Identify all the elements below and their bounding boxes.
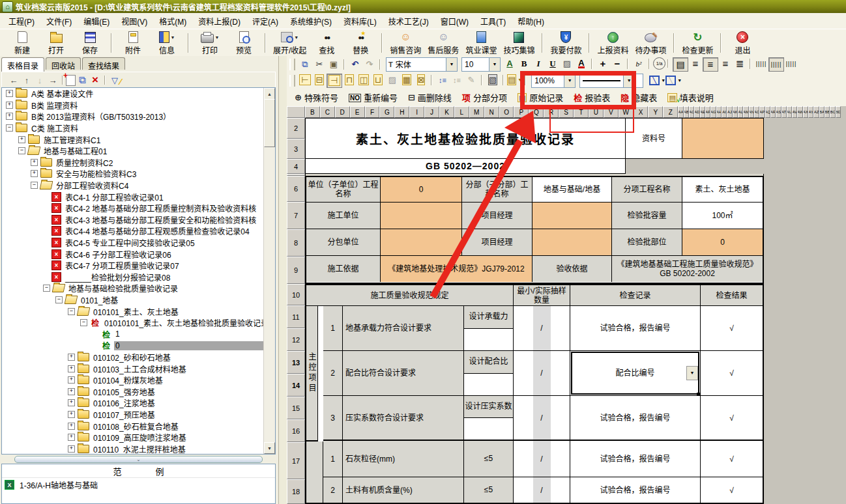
column-header[interactable]: W xyxy=(619,106,634,118)
column-header[interactable]: AB xyxy=(684,106,689,118)
editor-toolbar-icon[interactable] xyxy=(574,57,589,70)
doc-no-cell[interactable] xyxy=(682,119,763,158)
row-header[interactable]: 9 xyxy=(287,257,305,284)
column-header[interactable]: J xyxy=(424,106,439,118)
dropdown-arrow-icon[interactable]: ▼ xyxy=(171,35,175,40)
special-toolbar-button[interactable]: 特殊符号 xyxy=(289,90,343,105)
column-header[interactable]: AO xyxy=(754,106,759,118)
menu-item[interactable]: 编辑(E) xyxy=(78,14,115,29)
menu-item[interactable]: 帮助(H) xyxy=(512,14,550,29)
column-header[interactable]: BD xyxy=(836,106,841,118)
pm-cell[interactable] xyxy=(532,203,611,229)
row-header[interactable]: 17 xyxy=(287,442,305,479)
tree-item[interactable]: 01010101_素土、灰土地基检验批质量验收记录 xyxy=(2,317,264,329)
column-header[interactable]: S xyxy=(559,106,574,118)
menu-item[interactable]: 资料上报(D) xyxy=(192,14,246,29)
column-header[interactable]: C xyxy=(320,106,335,118)
tree-item[interactable]: B类 2013监理资料（GB/T50319-2013） xyxy=(2,111,264,122)
toolbar-button[interactable]: ▼ 退出 xyxy=(725,30,759,56)
editor-toolbar-icon[interactable]: ▼ xyxy=(464,74,478,87)
tree-item[interactable]: C类 施工资料 xyxy=(2,122,264,134)
tree-expander-icon[interactable] xyxy=(68,354,75,361)
tree-expander-icon[interactable] xyxy=(6,90,13,97)
row-header[interactable]: 14 xyxy=(287,374,305,397)
special-toolbar-button[interactable]: 画删除线 xyxy=(403,90,457,105)
column-header[interactable]: F xyxy=(365,106,380,118)
tree-item[interactable]: 表C4-2 地基与基础分部工程质量控制资料及验收资料核 xyxy=(2,203,264,214)
editor-toolbar-icon[interactable] xyxy=(754,57,768,70)
special-toolbar-button[interactable]: 原始记录 xyxy=(512,90,568,105)
item-spec-cell[interactable]: ≤5 xyxy=(464,477,514,503)
toolbar-button[interactable]: ▼ 附件 xyxy=(116,30,150,56)
item-spec-cell[interactable]: 设计承载力 xyxy=(464,306,514,350)
column-header[interactable]: I xyxy=(409,106,424,118)
tree-item[interactable]: 质量控制资料C2 xyxy=(2,157,264,169)
editor-toolbar-icon[interactable]: ▼ xyxy=(371,74,385,87)
left-panel-tab[interactable]: 查找结果 xyxy=(82,57,125,70)
column-header[interactable]: AF xyxy=(705,106,710,118)
editor-toolbar-icon[interactable] xyxy=(362,58,377,71)
tree-item[interactable]: 表C4-3 地基与基础分部工程质量安全和功能检验资料核 xyxy=(2,214,264,226)
tree-expander-icon[interactable] xyxy=(68,365,75,372)
dropdown-arrow-icon[interactable]: ▼ xyxy=(661,78,665,83)
dropdown-arrow-icon[interactable]: ▼ xyxy=(294,35,299,40)
row-header[interactable]: 16 xyxy=(287,419,305,442)
sampling-cell[interactable]: / xyxy=(514,441,570,477)
column-header[interactable]: AA xyxy=(678,106,683,118)
builder-cell[interactable] xyxy=(380,203,461,229)
editor-toolbar-icon[interactable]: ▼ xyxy=(327,74,342,88)
tree-toolbar-button[interactable] xyxy=(7,74,20,87)
column-header[interactable]: O xyxy=(499,106,514,118)
tree-expander-icon[interactable] xyxy=(31,182,38,189)
item-number-cell[interactable]: 1 xyxy=(323,441,343,477)
editor-toolbar-icon[interactable] xyxy=(348,58,362,71)
tree-toolbar-button[interactable] xyxy=(46,74,59,87)
scroll-up-icon[interactable]: ▲ xyxy=(264,88,275,100)
tree-expander-icon[interactable] xyxy=(68,399,75,406)
tree-item[interactable]: 表C4-4 地基与基础分部工程观感质量检查验收记录04 xyxy=(2,225,264,237)
column-header[interactable]: AI xyxy=(722,106,727,118)
toolbar-button[interactable]: ▼ 筑业课堂 xyxy=(462,30,500,56)
tree-item[interactable]: A类 基本建设文件 xyxy=(2,88,264,100)
column-header[interactable]: Y xyxy=(648,106,663,118)
column-header[interactable]: Z xyxy=(663,106,678,118)
column-header[interactable]: AM xyxy=(743,106,748,118)
tree-expander-icon[interactable] xyxy=(43,251,49,257)
dropdown-arrow-icon[interactable]: ▼ xyxy=(215,35,220,40)
tree-item[interactable]: 010103_土工合成材料地基 xyxy=(2,363,264,374)
editor-toolbar-icon[interactable] xyxy=(503,57,517,70)
editor-toolbar-icon[interactable] xyxy=(688,57,703,70)
toolbar-button[interactable]: ▼ 销售咨询 xyxy=(387,30,424,56)
item-description-cell[interactable]: 配合比符合设计要求 xyxy=(343,351,464,395)
tree-expander-icon[interactable] xyxy=(6,102,13,109)
tree-item[interactable]: 010108_砂石桩复合地基 xyxy=(2,420,264,432)
menu-item[interactable]: 视图(V) xyxy=(115,14,153,29)
tree-item[interactable]: 安全与功能检验资料C3 xyxy=(2,168,264,180)
construction-basis-cell[interactable]: 《建筑地基处理技术规范》JGJ79-2012 xyxy=(380,256,532,282)
special-toolbar-button[interactable]: 隐藏表 xyxy=(615,90,662,105)
row-header[interactable]: 18 xyxy=(287,479,305,504)
tree-expander-icon[interactable] xyxy=(31,159,38,166)
scroll-down-icon[interactable]: ▼ xyxy=(264,442,275,454)
item-description-cell[interactable]: 土料有机质含量(%) xyxy=(343,477,464,503)
tree-scrollbar[interactable]: ▲ ▼ xyxy=(263,88,275,454)
editor-toolbar-icon[interactable]: ▼ xyxy=(435,74,450,87)
tree-toolbar-button[interactable] xyxy=(20,74,33,87)
column-header[interactable]: AX xyxy=(803,106,808,118)
column-header[interactable]: AZ xyxy=(813,106,819,118)
spec-value[interactable]: ≤5 xyxy=(464,477,513,503)
tree-toolbar-button[interactable] xyxy=(89,74,102,87)
toolbar-button[interactable]: ▼ 检查更新 xyxy=(678,30,716,56)
tree-item[interactable]: ______检验批划分报验记录08 xyxy=(2,272,264,283)
subdivision-cell[interactable]: 地基与基础/地基 xyxy=(532,177,611,202)
tree-expander-icon[interactable] xyxy=(68,445,75,453)
editor-toolbar-icon[interactable] xyxy=(718,57,733,70)
tree-item[interactable]: 1 xyxy=(2,328,264,340)
editor-toolbar-icon[interactable]: ▼ xyxy=(486,74,500,87)
dropdown-arrow-icon[interactable]: ▼ xyxy=(518,77,522,82)
tree-expander-icon[interactable] xyxy=(31,170,38,177)
row-header[interactable]: 6 xyxy=(287,176,305,202)
tree-expander-icon[interactable] xyxy=(43,217,49,223)
record-cell[interactable]: 试验合格，报告编号 ▼ xyxy=(570,306,701,350)
tree-expander-icon[interactable] xyxy=(80,319,87,326)
